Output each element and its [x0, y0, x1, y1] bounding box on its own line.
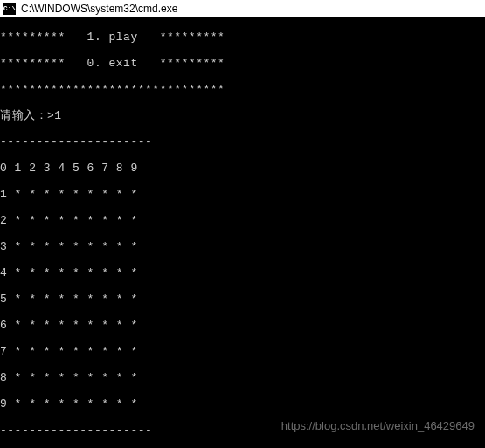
user-input-1: 1	[54, 109, 61, 122]
input-prompt-1: 请输入：>1	[0, 109, 485, 122]
board1-row: 1 * * * * * * * * *	[0, 188, 485, 201]
board1-row: 3 * * * * * * * * *	[0, 240, 485, 253]
board1-row: 6 * * * * * * * * *	[0, 319, 485, 332]
board1-row: 9 * * * * * * * * *	[0, 397, 485, 410]
board1-header: 0 1 2 3 4 5 6 7 8 9	[0, 162, 485, 175]
board1-row: 2 * * * * * * * * *	[0, 214, 485, 227]
menu-line-3: *******************************	[0, 83, 485, 96]
board1-row: 7 * * * * * * * * *	[0, 345, 485, 358]
watermark-text: https://blog.csdn.net/weixin_46429649	[281, 419, 475, 432]
board1-row: 8 * * * * * * * * *	[0, 371, 485, 384]
console-output: ********* 1. play ********* ********* 0.…	[0, 17, 485, 448]
menu-line-2: ********* 0. exit *********	[0, 57, 485, 70]
board1-row: 5 * * * * * * * * *	[0, 293, 485, 306]
menu-line-1: ********* 1. play *********	[0, 31, 485, 44]
window-title-bar[interactable]: C:\ C:\WINDOWS\system32\cmd.exe	[0, 0, 485, 17]
cmd-icon: C:\	[3, 3, 16, 15]
window-title: C:\WINDOWS\system32\cmd.exe	[21, 3, 177, 15]
board1-separator-top: ---------------------	[0, 135, 485, 148]
board1-row: 4 * * * * * * * * *	[0, 266, 485, 279]
